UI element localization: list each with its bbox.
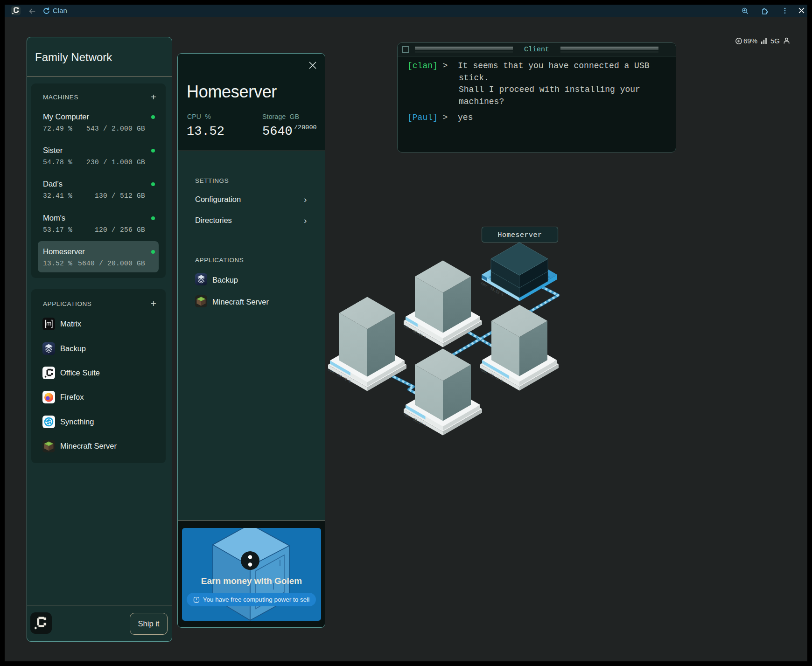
svg-text:Homeserver: Homeserver: [497, 231, 542, 239]
